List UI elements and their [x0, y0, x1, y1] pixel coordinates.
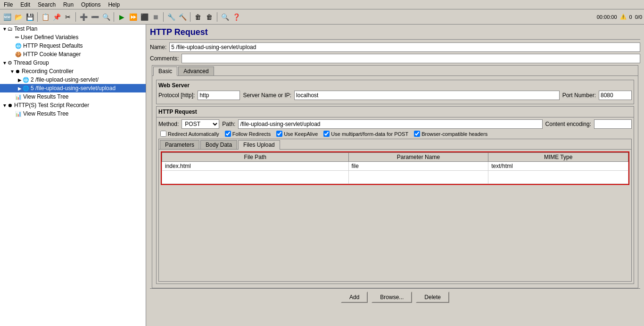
- results-tree-2-label: View Results Tree: [23, 110, 69, 117]
- new-button[interactable]: 🆕: [2, 12, 12, 22]
- clear-button[interactable]: 🗑: [193, 12, 203, 22]
- tab-basic[interactable]: Basic: [153, 67, 177, 76]
- subtabs-container: Parameters Body Data Files Upload: [158, 139, 632, 282]
- sidebar-item-2-file-upload[interactable]: ▶ 🌐 2 /file-upload-using-servlet/: [0, 75, 146, 84]
- sidebar-item-http-defaults[interactable]: 🌐 HTTP Request Defaults: [0, 42, 146, 50]
- expand-thread-group[interactable]: ▼: [2, 60, 8, 66]
- expand-https-recorder[interactable]: ▼: [2, 103, 8, 108]
- remote-start-button[interactable]: 🔧: [166, 12, 176, 22]
- status-errors: 0/0: [635, 14, 642, 20]
- redirect-auto-checkbox[interactable]: Redirect Automatically: [160, 131, 219, 137]
- menu-help[interactable]: Help: [106, 1, 122, 8]
- menu-edit[interactable]: Edit: [18, 1, 32, 8]
- sidebar-item-5-file-upload[interactable]: ▶ 🌐 5 /file-upload-using-servlet/upload: [0, 84, 146, 92]
- expand-2-file[interactable]: ▶: [17, 77, 23, 83]
- expand-test-plan[interactable]: ▼: [2, 26, 8, 32]
- follow-redirects-input[interactable]: [225, 131, 231, 137]
- recording-icon: ⏺: [15, 68, 20, 74]
- expand-button[interactable]: ➕: [78, 12, 89, 22]
- stop-now-button[interactable]: ⏹: [150, 12, 161, 22]
- path-input[interactable]: [238, 119, 542, 129]
- cell-paramname: file: [348, 162, 488, 171]
- server-input[interactable]: [294, 91, 560, 100]
- sidebar-item-thread-group[interactable]: ▼ ⚙ Thread Group: [0, 59, 146, 67]
- web-server-fields: Protocol [http]: Server Name or IP: Port…: [158, 91, 632, 100]
- browser-compat-input[interactable]: [414, 131, 420, 137]
- method-path-row: Method: POST GET PUT DELETE Path: Conten…: [158, 119, 632, 129]
- port-label: Port Number:: [562, 92, 596, 99]
- browser-compat-checkbox[interactable]: Browser-compatible headers: [414, 131, 487, 137]
- follow-redirects-checkbox[interactable]: Follow Redirects: [225, 131, 271, 137]
- sidebar-item-view-results-tree-2[interactable]: 📊 View Results Tree: [0, 109, 146, 118]
- clear-all-button[interactable]: 🗑: [204, 12, 215, 22]
- 5-file-icon: 🌐: [23, 85, 29, 92]
- sidebar-item-recording-controller[interactable]: ▼ ⏺ Recording Controller: [0, 67, 146, 75]
- protocol-input[interactable]: [198, 91, 240, 100]
- toolbar-status: 00:00:00 ⚠️ 0 0/0: [597, 14, 642, 20]
- redirect-auto-input[interactable]: [160, 131, 166, 137]
- start-button[interactable]: ▶: [116, 12, 127, 22]
- use-multipart-label: Use multipart/form-data for POST: [331, 131, 408, 137]
- delete-button[interactable]: Delete: [416, 292, 449, 303]
- comments-row: Comments:: [150, 54, 640, 63]
- menu-search[interactable]: Search: [36, 1, 58, 8]
- 2-file-label: 2 /file-upload-using-servlet/: [31, 76, 99, 83]
- encoding-input[interactable]: [594, 119, 632, 129]
- search-icon-button[interactable]: 🔍: [220, 12, 230, 22]
- sidebar-item-cookie-manager[interactable]: 🍪 HTTP Cookie Manager: [0, 50, 146, 59]
- server-label: Server Name or IP:: [243, 92, 291, 99]
- sidebar-item-user-defined-vars[interactable]: ✏ User Defined Variables: [0, 33, 146, 42]
- menu-file[interactable]: File: [2, 1, 15, 8]
- https-recorder-icon: ⏺: [8, 102, 13, 108]
- files-table-container: File Path Parameter Name MIME Type index: [161, 151, 629, 185]
- sep2: [75, 12, 76, 22]
- col-header-mimetype: MIME Type: [488, 153, 628, 162]
- use-keepalive-label: Use KeepAlive: [284, 131, 318, 137]
- name-row: Name:: [150, 42, 640, 52]
- remote-stop-button[interactable]: 🔨: [177, 12, 188, 22]
- use-keepalive-checkbox[interactable]: Use KeepAlive: [276, 131, 318, 137]
- user-vars-label: User Defined Variables: [21, 34, 79, 41]
- toolbar: 🆕 📂 💾 📋 📌 ✂ ➕ ➖ 🔍 ▶ ⏩ ⬛ ⏹ 🔧 🔨 🗑 🗑 🔍 ❓ 00…: [0, 9, 644, 25]
- paste-button[interactable]: 📌: [51, 12, 62, 22]
- subtab-body-data[interactable]: Body Data: [200, 140, 237, 149]
- help-button[interactable]: ❓: [231, 12, 241, 22]
- cut-button[interactable]: ✂: [63, 12, 73, 22]
- status-time: 00:00:00: [597, 14, 617, 20]
- use-multipart-checkbox[interactable]: Use multipart/form-data for POST: [323, 131, 408, 137]
- copy-button[interactable]: 📋: [40, 12, 50, 22]
- sidebar-item-https-recorder[interactable]: ▼ ⏺ HTTP(S) Test Script Recorder: [0, 101, 146, 109]
- save-button[interactable]: 💾: [25, 12, 35, 22]
- port-input[interactable]: [599, 91, 632, 100]
- use-multipart-input[interactable]: [323, 131, 330, 137]
- add-button[interactable]: Add: [341, 292, 368, 303]
- expand-recording[interactable]: ▼: [9, 69, 15, 74]
- subtab-files-upload[interactable]: Files Upload: [238, 140, 280, 150]
- sep1: [37, 12, 38, 22]
- sep3: [114, 12, 114, 22]
- use-keepalive-input[interactable]: [276, 131, 282, 137]
- method-select[interactable]: POST GET PUT DELETE: [182, 119, 219, 129]
- browse-button[interactable]: 🔍: [101, 12, 111, 22]
- stop-button[interactable]: ⬛: [139, 12, 149, 22]
- sep6: [217, 12, 217, 22]
- warning-icon: ⚠️: [620, 14, 627, 20]
- name-input[interactable]: [169, 42, 640, 52]
- menu-options[interactable]: Options: [79, 1, 102, 8]
- subtab-parameters[interactable]: Parameters: [160, 140, 199, 149]
- start-no-pause-button[interactable]: ⏩: [128, 12, 138, 22]
- method-label: Method:: [158, 121, 179, 127]
- browse-button[interactable]: Browse...: [372, 292, 412, 303]
- tab-advanced[interactable]: Advanced: [178, 67, 214, 75]
- sidebar-item-view-results-tree[interactable]: 📊 View Results Tree: [0, 92, 146, 101]
- menu-run[interactable]: Run: [61, 1, 75, 8]
- comments-input[interactable]: [182, 54, 640, 63]
- col-header-filepath: File Path: [162, 153, 349, 162]
- collapse-button[interactable]: ➖: [90, 12, 100, 22]
- protocol-label: Protocol [http]:: [158, 92, 195, 99]
- expand-5-file[interactable]: ▶: [17, 86, 23, 91]
- status-warnings: 0: [629, 14, 632, 20]
- sidebar-item-test-plan[interactable]: ▼ 🗂 Test Plan: [0, 25, 146, 33]
- open-button[interactable]: 📂: [13, 12, 24, 22]
- http-request-section: HTTP Request Method: POST GET PUT DELETE: [156, 106, 634, 284]
